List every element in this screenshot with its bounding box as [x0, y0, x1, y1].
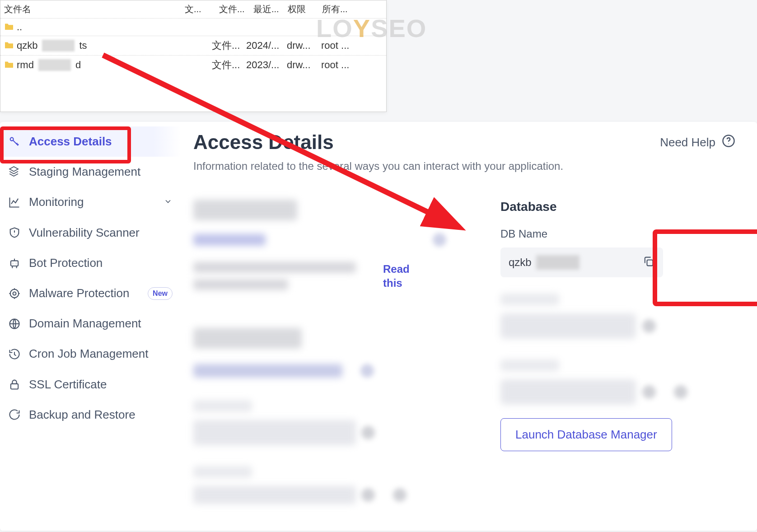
col-header-name[interactable]: 文件名 — [4, 3, 185, 15]
folder-icon — [4, 21, 14, 33]
svg-point-0 — [10, 137, 14, 140]
new-badge: New — [148, 287, 173, 300]
blurred-content — [500, 379, 636, 405]
blurred-content — [193, 234, 266, 246]
sidebar-item-label: Staging Management — [29, 165, 173, 179]
file-owner: root ... — [321, 59, 355, 71]
history-icon — [8, 348, 21, 360]
blurred-content — [193, 262, 356, 273]
sidebar-item-label: Bot Protection — [29, 256, 173, 270]
db-name-field: qzkb — [500, 247, 663, 277]
file-owner: root ... — [321, 40, 355, 51]
left-column: Read this — [193, 200, 446, 504]
redacted — [536, 255, 579, 270]
content-area: Access Details Need Help Information rel… — [181, 122, 757, 531]
right-column: Database DB Name qzkb — [500, 200, 735, 504]
sidebar-item-label: Domain Management — [29, 317, 173, 331]
file-header-row: 文件名 文... 文件... 最近... 权限 所有... — [0, 0, 386, 18]
copy-icon[interactable] — [642, 255, 655, 270]
main-panel: Access Details Staging Management Monito… — [0, 122, 757, 531]
sidebar-item-domain[interactable]: Domain Management — [0, 308, 181, 339]
help-label: Need Help — [660, 135, 715, 149]
database-section-title: Database — [500, 200, 735, 214]
blurred-content — [193, 400, 252, 412]
col-header-owner[interactable]: 所有... — [322, 3, 356, 15]
file-row[interactable]: qzkb ts 文件... 2024/... drw... root ... — [0, 36, 386, 55]
blurred-content — [193, 420, 356, 445]
blurred-content — [360, 364, 374, 378]
file-name-post: ts — [79, 40, 87, 51]
blurred-content — [193, 279, 288, 290]
file-browser-panel: 文件名 文... 文件... 最近... 权限 所有... .. qzkb ts… — [0, 0, 387, 112]
file-date: 2023/... — [246, 59, 287, 71]
blurred-content — [193, 200, 297, 220]
sidebar-item-label: Cron Job Management — [29, 347, 173, 361]
col-header-perm[interactable]: 权限 — [288, 3, 322, 15]
blurred-content — [361, 426, 375, 439]
col-header-type[interactable]: 文... — [185, 3, 219, 15]
file-perm: drw... — [287, 59, 321, 71]
blurred-content — [642, 385, 656, 399]
file-row[interactable]: rmd d 文件... 2023/... drw... root ... — [0, 55, 386, 75]
blurred-content — [361, 488, 375, 502]
robot-icon — [8, 257, 21, 269]
lock-icon — [8, 378, 21, 391]
sidebar-item-monitoring[interactable]: Monitoring — [0, 187, 181, 217]
file-date: 2024/... — [246, 40, 287, 51]
layers-icon — [8, 166, 21, 178]
page-subtitle: Information related to the several ways … — [193, 160, 735, 173]
svg-rect-7 — [647, 260, 653, 266]
help-link[interactable]: Need Help — [660, 134, 735, 151]
blurred-content — [642, 319, 656, 333]
sidebar-item-access-details[interactable]: Access Details — [0, 126, 181, 157]
chart-line-icon — [8, 196, 21, 209]
sidebar-item-malware[interactable]: Malware Protection New — [0, 278, 181, 308]
redacted — [42, 40, 75, 51]
sidebar-item-label: Monitoring — [29, 195, 155, 209]
sidebar-item-backup[interactable]: Backup and Restore — [0, 400, 181, 430]
launch-db-manager-button[interactable]: Launch Database Manager — [500, 418, 672, 451]
blurred-content — [500, 313, 636, 339]
sidebar-item-cron[interactable]: Cron Job Management — [0, 339, 181, 369]
target-icon — [8, 287, 21, 300]
sidebar-item-bot[interactable]: Bot Protection — [0, 248, 181, 278]
folder-icon — [4, 40, 14, 51]
blurred-content — [674, 385, 687, 399]
db-name-label: DB Name — [500, 228, 735, 240]
shield-icon — [8, 226, 21, 239]
file-row-up[interactable]: .. — [0, 18, 386, 36]
chevron-down-icon — [164, 195, 173, 209]
sidebar-item-label: Backup and Restore — [29, 408, 173, 422]
content-header: Access Details Need Help — [193, 131, 735, 154]
svg-rect-1 — [11, 261, 18, 266]
blurred-content — [193, 364, 342, 378]
blurred-content — [193, 466, 252, 478]
blurred-content — [393, 488, 407, 502]
page-title: Access Details — [193, 131, 334, 154]
file-name-post: d — [75, 59, 81, 71]
sidebar-item-label: Vulnerability Scanner — [29, 226, 173, 240]
col-header-size[interactable]: 文件... — [219, 3, 253, 15]
file-name-pre: rmd — [17, 59, 34, 71]
redacted — [38, 59, 71, 71]
question-icon — [722, 134, 735, 151]
db-name-value: qzkb — [509, 256, 532, 269]
sidebar-item-label: Malware Protection — [29, 286, 140, 300]
blurred-content — [500, 294, 559, 305]
blurred-content — [433, 233, 446, 247]
blurred-content — [193, 328, 302, 349]
sidebar-item-vulnerability[interactable]: Vulnerability Scanner — [0, 218, 181, 248]
sidebar-item-label: SSL Certificate — [29, 378, 173, 392]
sidebar-item-label: Access Details — [29, 135, 173, 149]
sidebar-item-ssl[interactable]: SSL Certificate — [0, 369, 181, 400]
read-this-link[interactable]: Read this — [383, 262, 410, 296]
blurred-content — [193, 486, 356, 504]
folder-icon — [4, 59, 14, 71]
file-name: .. — [17, 21, 22, 33]
col-header-date[interactable]: 最近... — [253, 3, 288, 15]
restore-icon — [8, 408, 21, 421]
file-type: 文件... — [212, 39, 246, 52]
sidebar-item-staging[interactable]: Staging Management — [0, 157, 181, 187]
svg-point-3 — [13, 292, 16, 295]
svg-point-2 — [10, 289, 19, 298]
